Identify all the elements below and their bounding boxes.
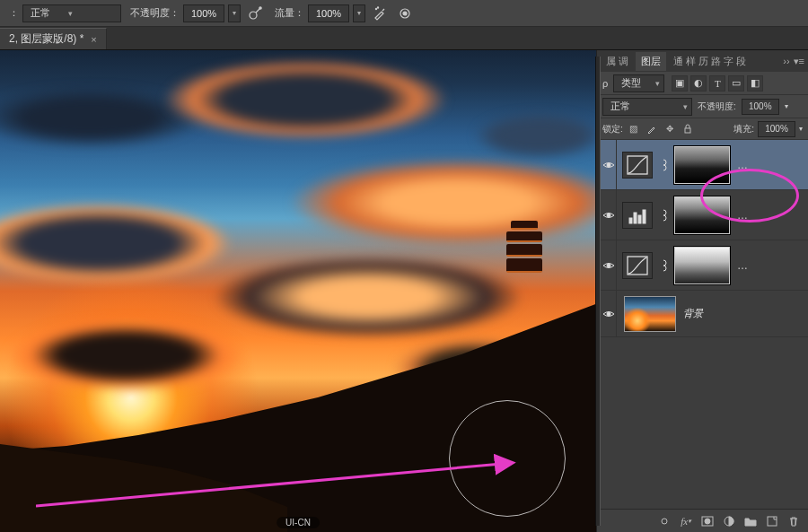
layers-bottom-toolbar: fx▾ [597, 509, 808, 532]
flow-label: 流量： [275, 6, 304, 20]
canvas[interactable]: UI-CN [0, 50, 596, 532]
add-mask-icon[interactable] [700, 514, 715, 528]
svg-point-19 [705, 519, 710, 524]
panel-dock: 属 调 图层 通 样 历 路 字 段 ›› ▾≡ ρ 类型 ▾ ▣ ◐ T ▭ … [596, 50, 808, 532]
svg-rect-21 [768, 517, 777, 526]
layer-name[interactable]: 背景 [683, 307, 703, 320]
svg-rect-7 [685, 128, 690, 133]
svg-point-1 [259, 6, 261, 8]
svg-point-3 [377, 6, 378, 7]
opacity-stepper[interactable]: ▾ [228, 4, 241, 22]
annotation-arrow [36, 445, 539, 517]
curves-adjustment-icon [622, 152, 653, 179]
fill-label: 填充: [733, 123, 754, 135]
svg-rect-11 [629, 218, 632, 223]
svg-point-2 [375, 8, 376, 9]
pagoda-silhouette [506, 221, 542, 301]
chevron-down-icon: ▾ [683, 102, 688, 111]
filter-text-icon[interactable]: T [709, 75, 725, 92]
layer-lock-row: 锁定: ▨ ✥ 填充: 100% ▾ [597, 118, 808, 140]
document-tab-title: 2, 图层蒙版/8) * [9, 31, 83, 47]
filter-type-dropdown[interactable]: 类型 ▾ [613, 74, 664, 92]
blend-mode-value: 正常 [31, 6, 50, 20]
layer-row-background[interactable]: 背景 [597, 291, 808, 337]
layer-opacity-input[interactable]: 100% [742, 99, 779, 115]
layer-blend-dropdown[interactable]: 正常 ▾ [602, 98, 692, 116]
flow-value-input[interactable]: 100% [308, 4, 349, 22]
svg-point-0 [250, 12, 257, 19]
more-icon[interactable]: … [737, 209, 749, 222]
levels-adjustment-icon [622, 202, 653, 229]
expand-icon[interactable]: ›› [783, 56, 789, 67]
visibility-toggle[interactable] [601, 240, 617, 290]
airbrush-icon[interactable] [369, 4, 391, 22]
svg-point-17 [607, 312, 610, 316]
filter-pixel-icon[interactable]: ▣ [672, 75, 688, 92]
link-layers-icon[interactable] [657, 514, 672, 528]
filter-shape-icon[interactable]: ▭ [728, 75, 744, 92]
tab-misc[interactable]: 通 样 历 路 字 段 [668, 52, 751, 71]
watermark: UI-CN [277, 517, 320, 528]
layer-opacity-label: 不透明度: [698, 100, 736, 113]
lock-position-icon[interactable]: ✥ [663, 122, 677, 136]
delete-layer-icon[interactable] [786, 514, 801, 528]
close-icon[interactable]: × [91, 34, 96, 45]
lock-all-icon[interactable] [681, 122, 695, 136]
new-adjustment-icon[interactable] [722, 514, 736, 528]
more-icon[interactable]: … [737, 159, 749, 171]
new-layer-icon[interactable] [765, 514, 779, 528]
options-bar: ： 正常 ▾ 不透明度： 100% ▾ 流量： 100% ▾ [0, 0, 808, 27]
layer-mask-thumbnail[interactable] [674, 146, 730, 184]
svg-rect-14 [643, 210, 646, 223]
lock-paint-icon[interactable] [645, 122, 659, 136]
layer-filter-row: ρ 类型 ▾ ▣ ◐ T ▭ ◧ [597, 72, 808, 95]
layer-thumbnail[interactable] [624, 296, 676, 332]
chevron-down-icon[interactable]: ▾ [785, 102, 788, 110]
layer-mask-thumbnail[interactable] [674, 247, 730, 284]
chevron-down-icon[interactable]: ▾ [799, 125, 803, 133]
svg-point-5 [403, 12, 407, 15]
mask-link-icon[interactable] [658, 259, 669, 272]
svg-point-10 [607, 214, 610, 217]
panel-menu-icon[interactable]: ▾≡ [794, 56, 804, 67]
visibility-toggle[interactable] [601, 140, 617, 189]
layer-fx-icon[interactable]: fx▾ [679, 514, 693, 528]
panel-tab-strip: 属 调 图层 通 样 历 路 字 段 ›› ▾≡ [597, 50, 808, 72]
more-icon[interactable]: … [737, 259, 749, 272]
filter-adjust-icon[interactable]: ◐ [690, 75, 707, 92]
chevron-down-icon: ▾ [655, 79, 660, 88]
chevron-down-icon: ▾ [68, 9, 73, 18]
divider-label: ： [9, 6, 19, 20]
search-icon: ρ [602, 78, 608, 89]
layer-blend-row: 正常 ▾ 不透明度: 100% ▾ [597, 95, 808, 118]
lock-transparency-icon[interactable]: ▨ [627, 122, 641, 136]
layers-list: … … [597, 140, 808, 509]
filter-smart-icon[interactable]: ◧ [747, 75, 763, 92]
mask-link-icon[interactable] [658, 159, 669, 171]
document-tab[interactable]: 2, 图层蒙版/8) * × [0, 28, 107, 49]
visibility-toggle[interactable] [601, 291, 617, 337]
layer-row[interactable]: … [597, 190, 808, 240]
new-group-icon[interactable] [743, 514, 758, 528]
svg-line-6 [36, 463, 512, 506]
layer-row[interactable]: … [597, 240, 808, 291]
blend-mode-dropdown[interactable]: 正常 ▾ [22, 4, 121, 22]
tab-layers[interactable]: 图层 [636, 52, 666, 71]
pressure-opacity-icon[interactable] [244, 4, 266, 22]
opacity-label: 不透明度： [130, 6, 180, 20]
flow-stepper[interactable]: ▾ [353, 4, 365, 22]
opacity-value-input[interactable]: 100% [183, 4, 224, 22]
svg-point-15 [607, 264, 610, 267]
mask-link-icon[interactable] [658, 209, 669, 222]
pressure-size-icon[interactable] [394, 4, 416, 22]
svg-point-8 [607, 163, 610, 167]
visibility-toggle[interactable] [601, 190, 617, 240]
layer-row[interactable]: … [597, 140, 808, 190]
lock-label: 锁定: [602, 123, 623, 135]
document-tab-bar: 2, 图层蒙版/8) * × [0, 27, 808, 50]
svg-rect-12 [634, 213, 637, 223]
main-area: UI-CN 属 调 图层 通 样 历 路 字 段 ›› ▾≡ ρ 类型 ▾ ▣ … [0, 50, 808, 532]
tab-adjust-etc[interactable]: 属 调 [601, 52, 634, 71]
layer-mask-thumbnail[interactable] [674, 196, 730, 234]
fill-input[interactable]: 100% [758, 121, 795, 137]
